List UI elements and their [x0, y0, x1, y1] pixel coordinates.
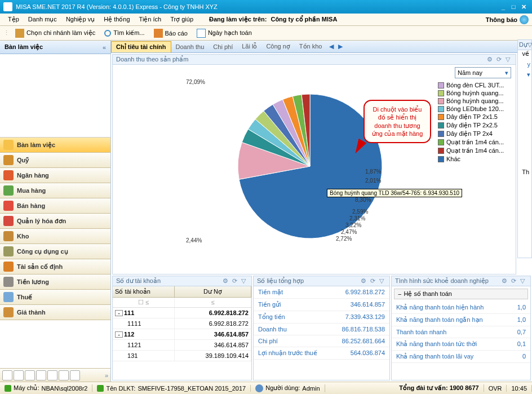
mini-icon[interactable]: [25, 370, 35, 380]
hotline: Tổng đài tư vấn: 1900 8677: [394, 384, 484, 392]
collapsed-side-panel[interactable]: Dự▽ về y ▾ Th: [517, 39, 532, 258]
health-row[interactable]: Khả năng thanh toán ngắn hạn1,0: [392, 314, 530, 326]
filter-icon[interactable]: ▽: [518, 277, 527, 285]
health-row[interactable]: Khả năng thanh toán hiện hành1,0: [392, 302, 530, 314]
sidebar-item-5[interactable]: Quản lý hóa đơn: [0, 214, 110, 229]
gear-icon[interactable]: ⚙: [221, 277, 230, 285]
tab-prev-icon[interactable]: ◀: [327, 43, 336, 50]
nav-icon: [3, 246, 14, 256]
health-panel: Tình hình sức khoẻ doanh nghiệp ⚙⟳▽ − Hệ…: [391, 276, 531, 380]
gear-icon[interactable]: ⚙: [359, 277, 368, 285]
summary-row[interactable]: Doanh thu86.816.718.538: [254, 324, 389, 335]
summary-row[interactable]: Tiền mặt6.992.818.272: [254, 286, 389, 299]
maximize-button[interactable]: □: [508, 3, 518, 10]
pct-label: 1,87%: [365, 169, 381, 175]
gear-icon[interactable]: ⚙: [485, 56, 494, 63]
menu-utilities[interactable]: Tiện ích: [135, 15, 166, 24]
chevron-left-icon[interactable]: «: [103, 44, 106, 51]
sidebar-item-8[interactable]: Tài sản cố định: [0, 259, 110, 275]
col-account[interactable]: Số tài khoản: [113, 286, 175, 297]
menu-help[interactable]: Trợ giúp: [166, 15, 198, 24]
legend-item[interactable]: Dây điện TP 2x1.5: [438, 113, 511, 121]
legend-item[interactable]: Quạt trần 1m4 cán...: [438, 147, 511, 154]
menu-catalog[interactable]: Danh mục: [24, 15, 61, 24]
notifications-link[interactable]: Thông báo: [486, 16, 517, 23]
tab-debt[interactable]: Công nợ: [261, 41, 294, 52]
summary-row[interactable]: Lợi nhuận trước thuế564.036.874: [254, 347, 389, 360]
legend-item[interactable]: Khác: [438, 156, 511, 162]
table-row[interactable]: 1121346.614.857: [113, 340, 251, 351]
health-row[interactable]: Khả năng thanh toán lãi vay0: [392, 351, 530, 363]
check-icon: [5, 385, 11, 392]
tab-financial[interactable]: Chỉ tiêu tài chính: [111, 41, 171, 52]
report-button[interactable]: Báo cáo: [150, 28, 191, 39]
mini-icon[interactable]: [14, 370, 24, 380]
summary-row[interactable]: Tiền gửi346.614.857: [254, 299, 389, 311]
sidebar-item-7[interactable]: Công cụ dụng cụ: [0, 244, 110, 259]
filter-icon[interactable]: ▽: [239, 277, 248, 285]
filter-icon[interactable]: ▽: [377, 277, 386, 285]
close-button[interactable]: ✕: [518, 3, 529, 11]
sidebar-item-2[interactable]: Ngân hàng: [0, 168, 110, 183]
gear-icon[interactable]: ⚙: [500, 277, 509, 285]
accounting-date-button[interactable]: Ngày hạch toán: [193, 28, 255, 39]
legend-item[interactable]: Bóng huỳnh quang...: [438, 90, 511, 96]
tab-expense[interactable]: Chi phí: [209, 42, 237, 52]
nav-icon: [3, 170, 14, 180]
health-row[interactable]: Thanh toán nhanh0,7: [392, 326, 530, 338]
summary-row[interactable]: Chi phí86.252.681.664: [254, 335, 389, 347]
filter-cell[interactable]: ≤: [175, 298, 251, 307]
nav-icon: [3, 140, 14, 150]
search-button[interactable]: Tìm kiếm...: [101, 28, 148, 38]
legend-item[interactable]: Dây điện TP 2x4: [438, 130, 511, 138]
sidebar-item-9[interactable]: Tiền lương: [0, 275, 110, 290]
health-row[interactable]: Khả năng thanh toán tức thời0,1: [392, 338, 530, 351]
refresh-icon[interactable]: ⟳: [230, 277, 239, 285]
sidebar-item-1[interactable]: Quỹ: [0, 153, 110, 168]
legend-item[interactable]: Bóng LEDtube 120...: [438, 105, 511, 112]
legend-item[interactable]: Quạt trần 1m4 cán...: [438, 139, 511, 146]
menu-file[interactable]: Tệp: [3, 15, 24, 24]
mini-icon[interactable]: [47, 370, 57, 380]
mini-icon[interactable]: [36, 370, 46, 380]
filter-icon[interactable]: ▽: [527, 41, 532, 48]
tab-profit[interactable]: Lãi lỗ: [237, 41, 261, 52]
refresh-icon[interactable]: ⟳: [509, 277, 518, 285]
menu-operations[interactable]: Nghiệp vụ: [61, 15, 99, 24]
filter-icon[interactable]: ▽: [503, 56, 512, 63]
nav-icon: [3, 292, 14, 302]
globe-icon[interactable]: [520, 15, 529, 24]
table-row[interactable]: -1116.992.818.272: [113, 308, 251, 318]
nav-icon: [3, 185, 14, 196]
menu-system[interactable]: Hệ thống: [99, 15, 134, 24]
summary-row[interactable]: Tổng tiền7.339.433.129: [254, 311, 389, 324]
col-debit[interactable]: Dư Nợ: [175, 286, 251, 297]
refresh-icon[interactable]: ⟳: [368, 277, 377, 285]
refresh-icon[interactable]: ⟳: [494, 56, 503, 63]
sidebar-item-6[interactable]: Kho: [0, 229, 110, 244]
sidebar-item-4[interactable]: Bán hàng: [0, 198, 110, 214]
mini-icon[interactable]: [59, 370, 69, 380]
sidebar-item-11[interactable]: Giá thành: [0, 305, 110, 320]
mini-icon[interactable]: [70, 370, 80, 380]
sidebar-item-10[interactable]: Thuế: [0, 290, 110, 305]
table-row[interactable]: 11116.992.818.272: [113, 318, 251, 329]
calendar-icon: [197, 29, 206, 38]
mini-icon[interactable]: [2, 370, 12, 380]
legend-item[interactable]: Bóng đèn CFL 3UT...: [438, 82, 511, 88]
branch-select-button[interactable]: Chọn chi nhánh làm việc: [12, 28, 99, 39]
filter-cell[interactable]: ☐ ≤: [113, 298, 175, 307]
health-group[interactable]: − Hệ số thanh toán: [394, 289, 528, 299]
table-row[interactable]: 13139.189.109.414: [113, 351, 251, 361]
tab-inventory[interactable]: Tồn kho: [295, 41, 327, 52]
sidebar-item-3[interactable]: Mua hàng: [0, 183, 110, 198]
period-select[interactable]: Năm nay ▾: [455, 67, 511, 78]
sidebar-item-0[interactable]: Bàn làm việc: [0, 138, 110, 153]
minimize-button[interactable]: _: [498, 3, 508, 10]
table-row[interactable]: -112346.614.857: [113, 329, 251, 340]
tab-revenue[interactable]: Doanh thu: [171, 42, 209, 52]
legend-item[interactable]: Bóng huỳnh quang...: [438, 98, 511, 104]
legend-item[interactable]: Dây điện TP 2x2.5: [438, 122, 511, 129]
tab-next-icon[interactable]: ▶: [336, 43, 345, 50]
toolbar-overflow-icon[interactable]: »: [105, 372, 108, 379]
